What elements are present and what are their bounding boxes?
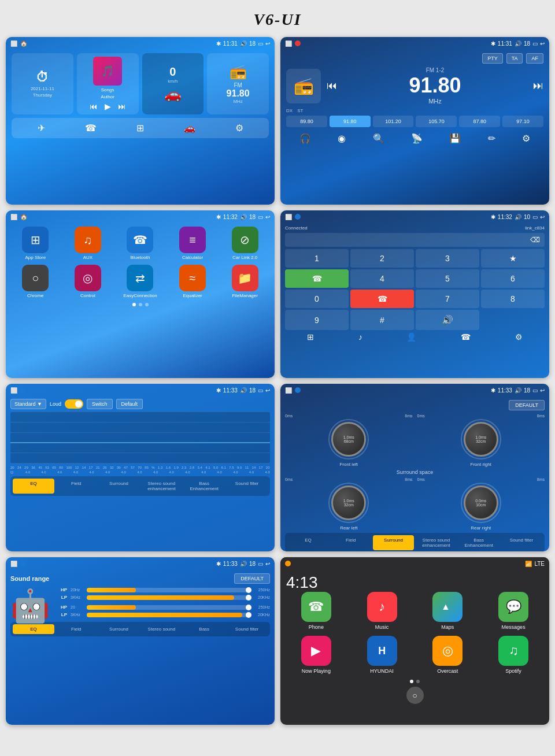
- station-101[interactable]: 101.20: [373, 116, 414, 127]
- eq-tab-surround[interactable]: Surround: [98, 479, 140, 494]
- cp-app-messages[interactable]: 💬 Messages: [483, 592, 543, 630]
- radio-edit-icon[interactable]: ✏: [488, 133, 495, 144]
- apps-icon[interactable]: ⊞: [136, 123, 144, 134]
- app-eq[interactable]: ≈ Equalizer: [169, 265, 217, 298]
- sr-tab-stereo[interactable]: Stereo sound: [140, 624, 182, 634]
- key-6[interactable]: 6: [481, 269, 545, 288]
- play-btn[interactable]: ▶: [105, 102, 111, 111]
- phone-music-icon[interactable]: ♪: [358, 332, 362, 342]
- eq-loud-toggle[interactable]: [65, 399, 83, 409]
- app-carlink[interactable]: ⊘ Car Link 2.0: [221, 227, 269, 260]
- phone-call-log-icon[interactable]: ☎: [461, 332, 471, 342]
- hangup-btn[interactable]: ☎: [350, 290, 414, 308]
- cp-home-btn[interactable]: ○: [406, 687, 424, 704]
- radio-antenna-icon[interactable]: 📡: [411, 133, 423, 144]
- sr-hp2-track[interactable]: [87, 605, 250, 610]
- key-7[interactable]: 7: [416, 290, 479, 308]
- rear-left-knob[interactable]: 1.0ms32cm: [328, 483, 369, 523]
- settings-icon[interactable]: ⚙: [235, 123, 243, 134]
- eq-tab-bass[interactable]: Bass Enhancement: [183, 479, 225, 494]
- surr-tab-field[interactable]: Field: [330, 535, 372, 550]
- station-105[interactable]: 105.70: [416, 116, 457, 127]
- station-89[interactable]: 89.80: [286, 116, 327, 127]
- app-bluetooth[interactable]: ☎ Bluetooth: [116, 227, 164, 260]
- cp-app-maps[interactable]: ▲ Maps: [418, 592, 478, 630]
- station-87[interactable]: 87.80: [459, 116, 500, 127]
- key-8[interactable]: 8: [481, 290, 545, 308]
- call-btn[interactable]: ☎: [285, 269, 349, 288]
- surr-tab-surround[interactable]: Surround: [373, 535, 415, 550]
- af-btn[interactable]: AF: [526, 53, 543, 64]
- app-file[interactable]: 📁 FileManager: [221, 265, 269, 298]
- key-3[interactable]: 3: [416, 249, 479, 268]
- app-appstore[interactable]: ⊞ App Store: [12, 227, 60, 260]
- dial-input[interactable]: ⌫: [285, 233, 545, 247]
- radio-settings-icon[interactable]: ⚙: [522, 133, 530, 144]
- eq-tab-eq[interactable]: EQ: [13, 479, 54, 494]
- sr-hp1-track[interactable]: [87, 588, 250, 592]
- eq-default-btn[interactable]: Default: [116, 399, 143, 409]
- key-9[interactable]: 9: [285, 310, 349, 330]
- sr-tab-surround[interactable]: Surround: [98, 624, 140, 634]
- cp-app-overcast[interactable]: ◎ Overcast: [418, 636, 478, 674]
- key-2[interactable]: 2: [350, 249, 414, 268]
- radio-next-btn[interactable]: ⏭: [533, 80, 543, 92]
- eq-tab-field[interactable]: Field: [56, 479, 97, 494]
- surr-tab-filter[interactable]: Sound filter: [501, 535, 542, 550]
- next-btn[interactable]: ⏭: [118, 102, 126, 111]
- radio-save-icon[interactable]: 💾: [449, 133, 461, 144]
- surr-tab-eq[interactable]: EQ: [287, 535, 329, 550]
- app-control[interactable]: ◎ Control: [64, 265, 112, 298]
- cp-app-phone[interactable]: ☎ Phone: [286, 592, 346, 630]
- car-icon[interactable]: 🚗: [184, 123, 195, 134]
- radio-search-icon[interactable]: 🔍: [373, 133, 384, 144]
- key-star[interactable]: ★: [481, 249, 545, 268]
- app-easy[interactable]: ⇄ EasyConnection: [116, 265, 164, 298]
- phone-icon[interactable]: ☎: [85, 123, 97, 134]
- key-4[interactable]: 4: [350, 269, 414, 288]
- cp-app-music[interactable]: ♪ Music: [352, 592, 412, 630]
- front-right-knob[interactable]: 1.0ms32cm: [461, 419, 501, 459]
- radio-toggle-icon[interactable]: ◉: [338, 133, 346, 144]
- sr-tab-eq[interactable]: EQ: [13, 624, 54, 634]
- radio-prev-btn[interactable]: ⏮: [327, 80, 337, 92]
- sr-lp2-track[interactable]: [87, 613, 250, 617]
- sr-tab-field[interactable]: Field: [56, 624, 97, 634]
- surround-default-btn[interactable]: DEFAULT: [509, 400, 545, 410]
- key-0[interactable]: 0: [285, 290, 349, 308]
- front-left-knob[interactable]: 1.0ms68cm: [328, 419, 369, 459]
- key-hash[interactable]: #: [350, 310, 414, 330]
- sr-tab-bass[interactable]: Bass: [183, 624, 225, 634]
- app-aux[interactable]: ♫ AUX: [64, 227, 112, 260]
- rear-right-knob[interactable]: 0.0ms10cm: [461, 483, 501, 523]
- delete-btn[interactable]: ⌫: [530, 236, 540, 244]
- eq-tab-filter[interactable]: Sound filter: [226, 479, 268, 494]
- eq-switch-btn[interactable]: Switch: [87, 399, 113, 409]
- app-calculator[interactable]: ≡ Calculator: [169, 227, 217, 260]
- cp-app-nowplaying[interactable]: ▶ Now Playing: [286, 636, 346, 674]
- phone-keypad-icon[interactable]: ⊞: [307, 332, 314, 342]
- sr-lp1-track[interactable]: [87, 595, 250, 600]
- cp-app-spotify[interactable]: ♫ Spotify: [483, 636, 543, 674]
- sr-tab-filter[interactable]: Sound filter: [226, 624, 268, 634]
- mute-btn[interactable]: 🔊: [416, 310, 479, 330]
- surr-tab-stereo[interactable]: Stereo sound enhancement: [415, 535, 457, 550]
- eq-preset-select[interactable]: Standard ▼: [10, 399, 46, 409]
- eq-tab-stereo[interactable]: Stereo sound enhancement: [140, 479, 182, 494]
- ta-btn[interactable]: TA: [506, 53, 523, 64]
- key-5[interactable]: 5: [416, 269, 479, 288]
- surr-tab-bass[interactable]: Bass Enhancement: [458, 535, 500, 550]
- sr-default-btn[interactable]: DEFAULT: [234, 573, 270, 584]
- station-91[interactable]: 91.80: [330, 116, 371, 127]
- phone-contact-icon[interactable]: 👤: [406, 332, 416, 342]
- phone-dot: [295, 214, 301, 220]
- station-97[interactable]: 97.10: [502, 116, 543, 127]
- nav-icon[interactable]: ✈: [38, 123, 45, 134]
- phone-settings-icon[interactable]: ⚙: [515, 332, 523, 342]
- prev-btn[interactable]: ⏮: [90, 102, 98, 111]
- cp-app-hyundai[interactable]: H HYUNDAI: [352, 636, 412, 674]
- radio-headphone-icon[interactable]: 🎧: [299, 133, 311, 144]
- pty-btn[interactable]: PTY: [482, 53, 503, 64]
- app-chrome[interactable]: ○ Chrome: [12, 265, 60, 298]
- key-1[interactable]: 1: [285, 249, 349, 268]
